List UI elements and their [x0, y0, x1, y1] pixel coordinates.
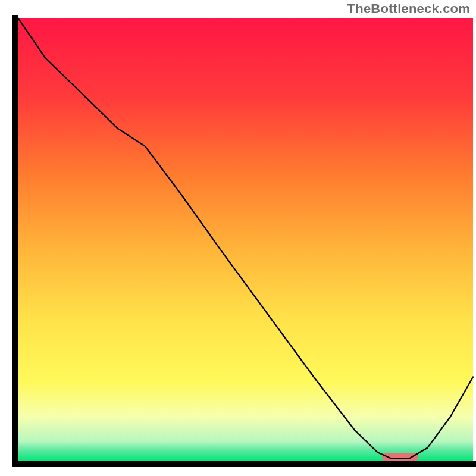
- bottleneck-chart: [0, 0, 476, 476]
- axis-frame: [12, 15, 476, 464]
- chart-container: TheBottleneck.com: [0, 0, 476, 476]
- plot-background: [18, 18, 473, 461]
- watermark-text: TheBottleneck.com: [347, 1, 470, 17]
